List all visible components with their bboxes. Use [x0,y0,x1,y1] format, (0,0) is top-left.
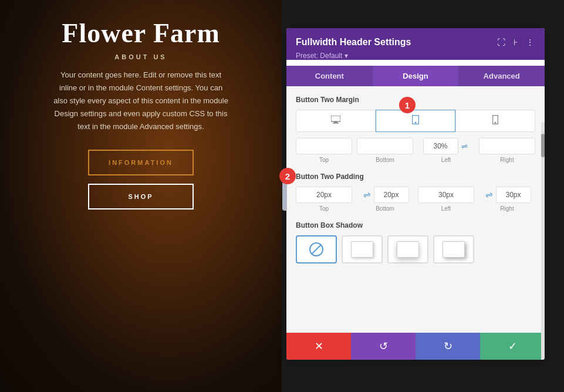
website-content: Flower Farm ABOUT US Your content goes h… [0,0,282,392]
panel-header: Fullwidth Header Settings ⛶ ⊦ ⋮ Preset: … [286,28,545,60]
margin-bottom-group: Bottom [357,138,413,163]
padding-left-group: Left [418,187,474,212]
device-selector [296,110,535,132]
margin-left-label: Left [441,157,451,163]
padding-lr-link: ⇌ [484,187,531,203]
no-shadow-btn[interactable] [296,235,337,263]
badge-2: 2 [279,168,296,184]
button-box-shadow-title: Button Box Shadow [296,221,535,229]
padding-right-link-group: ⇌ Right [479,187,535,212]
margin-top-group: Top [296,138,352,163]
shop-button[interactable]: SHOP [88,184,194,209]
hero-subtitle: ABOUT US [0,53,282,60]
padding-top-input[interactable] [296,187,352,203]
margin-left-pair: Top Bottom [296,138,413,163]
columns-icon[interactable]: ⊦ [512,36,519,48]
panel-tabs: Content Design Advanced [286,66,545,86]
button-two-padding-section: Button Two Padding Top ⇌ Bottom [296,173,535,212]
link-icon-padding-lr[interactable]: ⇌ [484,190,495,200]
shadow-2-preview [397,241,419,258]
expand-icon[interactable]: ⛶ [496,36,506,48]
button-two-margin-title: Button Two Margin [296,96,535,104]
margin-right-input[interactable] [479,138,535,154]
margin-left-group: ⇌ Left [418,138,474,163]
margin-bottom-input[interactable] [357,138,413,154]
svg-point-4 [415,122,416,123]
padding-tb-link: ⇌ [362,187,409,203]
info-button[interactable]: INFORMATION [88,150,194,175]
padding-top-group: Top [296,187,352,212]
tablet-device-btn[interactable] [376,110,455,132]
tab-content[interactable]: Content [286,66,373,86]
badge-1: 1 [399,97,416,113]
shadow-options [296,235,535,263]
panel-body: Button Two Margin Top [286,86,545,333]
margin-left-with-link: ⇌ [423,138,470,154]
svg-point-6 [495,122,496,123]
tab-design[interactable]: Design [373,66,459,86]
padding-left-pair: Top ⇌ Bottom [296,187,413,212]
panel-footer: ✕ ↺ ↻ ✓ [286,333,545,360]
padding-inputs-row: Top ⇌ Bottom Left [296,187,535,212]
margin-top-input[interactable] [296,138,352,154]
desktop-device-btn[interactable] [296,110,376,132]
link-icon-margin[interactable]: ⇌ [460,142,470,151]
padding-bottom-input[interactable] [374,187,409,203]
margin-left-input[interactable] [423,138,458,154]
hero-text-area: Flower Farm ABOUT US Your content goes h… [0,0,282,209]
button-two-margin-section: Button Two Margin Top [296,96,535,163]
padding-left-input[interactable] [418,187,474,203]
side-handle[interactable] [282,181,287,211]
settings-panel: Fullwidth Header Settings ⛶ ⊦ ⋮ Preset: … [286,28,545,360]
shadow-2-btn[interactable] [387,235,428,263]
margin-inputs-row: Top Bottom ⇌ Left [296,138,535,163]
tab-advanced[interactable]: Advanced [458,66,545,86]
scrollbar-track[interactable] [541,122,545,360]
panel-title-row: Fullwidth Header Settings ⛶ ⊦ ⋮ [296,36,535,48]
svg-rect-1 [334,121,337,123]
scrollbar-thumb[interactable] [541,134,545,157]
padding-left-label: Left [441,205,451,212]
shadow-1-btn[interactable] [342,235,383,263]
panel-title: Fullwidth Header Settings [296,37,411,48]
shadow-3-preview [443,241,465,258]
svg-rect-2 [333,123,339,124]
panel-header-icons: ⛶ ⊦ ⋮ [496,36,535,48]
no-shadow-icon [308,241,325,258]
button-box-shadow-section: Button Box Shadow [296,221,535,263]
svg-rect-0 [331,116,340,121]
padding-right-input[interactable] [496,187,531,203]
margin-right-group: Right [479,138,535,163]
padding-right-pair: Left ⇌ Right [418,187,535,212]
padding-top-label: Top [319,205,329,212]
padding-top-link-group: ⇌ Bottom [357,187,413,212]
svg-line-8 [312,245,321,254]
undo-button[interactable]: ↺ [351,333,416,360]
phone-device-btn[interactable] [455,110,535,132]
margin-right-label: Right [500,157,514,163]
margin-right-pair: ⇌ Left Right [418,138,535,163]
margin-bottom-label: Bottom [376,157,394,163]
shadow-3-btn[interactable] [433,235,474,263]
margin-top-label: Top [319,157,329,163]
preset-selector[interactable]: Preset: Default ▾ [296,52,535,60]
button-two-padding-title: Button Two Padding [296,173,535,181]
chevron-down-icon: ▾ [345,52,348,60]
shadow-1-preview [351,241,373,258]
hero-description: Your content goes here. Edit or remove t… [53,69,229,133]
cancel-button[interactable]: ✕ [286,333,351,360]
hero-title: Flower Farm [0,18,282,49]
link-icon-padding-tb[interactable]: ⇌ [362,190,373,200]
more-options-icon[interactable]: ⋮ [525,36,535,48]
padding-right-label: Right [500,205,514,212]
redo-button[interactable]: ↻ [416,333,480,360]
padding-bottom-label: Bottom [376,205,394,212]
save-button[interactable]: ✓ [480,333,545,360]
